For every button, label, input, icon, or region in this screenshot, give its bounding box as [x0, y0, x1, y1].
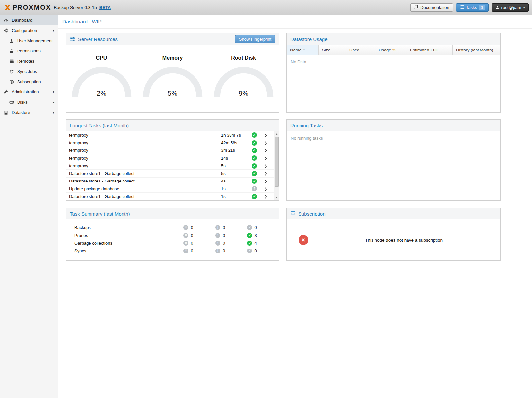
show-fingerprint-button[interactable]: Show Fingerprint — [235, 35, 275, 43]
server-stack-icon — [9, 59, 14, 64]
sidebar-item-dashboard[interactable]: Dashboard — [0, 15, 58, 25]
ok-icon: ✓ — [247, 249, 252, 253]
documentation-label: Documentation — [420, 5, 449, 10]
gauge-label: Memory — [137, 55, 208, 61]
sidebar-item-permissions[interactable]: Permissions — [0, 46, 58, 56]
gauge-value: 5% — [137, 90, 208, 97]
ok-icon: ✓ — [247, 233, 252, 238]
user-icon — [9, 39, 14, 43]
chevron-right-icon[interactable] — [264, 187, 267, 191]
chevron-down-icon[interactable]: ▾ — [53, 110, 54, 115]
page-title: Dashboard - WIP — [58, 15, 532, 29]
chevron-right-icon[interactable] — [264, 164, 267, 168]
task-row[interactable]: termproxy 5s ✓ — [66, 162, 279, 170]
chevron-right-icon[interactable] — [264, 195, 267, 199]
column-header-history[interactable]: History (last Month) — [453, 45, 500, 55]
sidebar-item-configuration[interactable]: Configuration ▾ — [0, 25, 58, 36]
sidebar-item-label: Disks — [17, 100, 28, 105]
summary-row: Prunes ×0 !0 ✓3 — [66, 232, 279, 240]
task-row[interactable]: Update package database 1s ? — [66, 185, 279, 193]
column-header-size[interactable]: Size — [319, 45, 346, 55]
sidebar-item-disks[interactable]: Disks ▸ — [0, 97, 58, 107]
documentation-button[interactable]: Documentation — [410, 3, 453, 12]
task-row[interactable]: termproxy 1h 38m 7s ✓ — [66, 131, 279, 139]
task-row[interactable]: termproxy 14s ✓ — [66, 154, 279, 162]
ok-status-icon: ✓ — [252, 132, 257, 138]
chevron-right-icon[interactable] — [264, 134, 267, 137]
chevron-down-icon[interactable]: ▾ — [53, 28, 54, 33]
column-header-usage[interactable]: Usage % — [375, 45, 407, 55]
sidebar-item-datastore[interactable]: Datastore ▾ — [0, 107, 58, 117]
scroll-down-icon[interactable] — [276, 197, 278, 198]
chevron-right-icon[interactable] — [264, 141, 267, 145]
sidebar-item-label: Remotes — [17, 59, 34, 64]
user-icon — [495, 5, 499, 10]
column-header-estimated-full[interactable]: Estimated Full — [407, 45, 453, 55]
panel-title: Longest Tasks (last Month) — [70, 123, 129, 128]
beta-link[interactable]: BETA — [99, 5, 111, 10]
user-menu-button[interactable]: root@pam ▾ — [492, 3, 529, 12]
sidebar-item-subscription[interactable]: Subscription — [0, 77, 58, 87]
no-subscription-icon: × — [299, 235, 308, 245]
panel-title: Task Summary (last Month) — [70, 211, 130, 216]
gauge-label: CPU — [66, 55, 137, 61]
task-row[interactable]: termproxy 42m 58s ✓ — [66, 139, 279, 147]
column-header-name[interactable]: Name ↑ — [287, 45, 319, 55]
ok-icon: ✓ — [247, 241, 252, 246]
panel-title: Subscription — [298, 211, 326, 216]
list-icon — [460, 5, 464, 10]
sidebar-item-remotes[interactable]: Remotes — [0, 56, 58, 66]
ok-status-icon: ✓ — [252, 140, 257, 146]
task-row[interactable]: termproxy 3m 21s ✓ — [66, 147, 279, 154]
sliders-icon — [70, 36, 75, 42]
sort-asc-icon: ↑ — [303, 48, 305, 52]
panel-title: Running Tasks — [290, 123, 323, 128]
hdd-icon — [9, 100, 14, 105]
chevron-right-icon[interactable] — [264, 149, 267, 152]
error-icon: × — [183, 225, 188, 230]
task-row[interactable]: Datastore store1 - Garbage collect 4s ✓ — [66, 178, 279, 185]
warning-icon: ! — [215, 233, 220, 238]
sidebar-item-label: Dashboard — [12, 18, 33, 23]
sidebar-item-sync-jobs[interactable]: Sync Jobs — [0, 66, 58, 77]
summary-row: Backups ×0 !0 ✓0 — [66, 224, 279, 232]
subscription-panel: Subscription × This node does not have a… — [286, 208, 501, 261]
ok-status-icon: ✓ — [252, 194, 257, 199]
unlock-icon — [9, 49, 14, 53]
summary-row: Syncs ×0 !0 ✓0 — [66, 247, 279, 255]
task-row[interactable]: Datastore store1 - Garbage collect 5s ✓ — [66, 170, 279, 177]
chevron-right-icon[interactable] — [264, 157, 267, 160]
ok-status-icon: ✓ — [252, 155, 257, 161]
chevron-down-icon[interactable]: ▾ — [53, 90, 54, 94]
tasks-button[interactable]: Tasks 0 — [456, 3, 489, 12]
gauge-value: 9% — [208, 90, 279, 97]
sidebar-item-user-management[interactable]: User Management — [0, 36, 58, 46]
unknown-status-icon: ? — [252, 186, 257, 191]
warning-icon: ! — [215, 249, 220, 253]
book-icon — [414, 5, 418, 10]
no-data-text: No Data — [287, 55, 500, 69]
error-icon: × — [183, 233, 188, 238]
vertical-scrollbar[interactable] — [274, 131, 279, 200]
chevron-right-icon[interactable] — [264, 180, 267, 183]
column-header-used[interactable]: Used — [346, 45, 375, 55]
ok-status-icon: ✓ — [252, 171, 257, 176]
sidebar-item-label: Permissions — [17, 49, 41, 53]
ok-icon: ✓ — [247, 225, 252, 230]
chevron-right-icon[interactable]: ▸ — [53, 100, 54, 104]
datastore-usage-panel: Datastore Usage Name ↑ Size Used Usage %… — [286, 33, 501, 113]
gauge-cpu: CPU 2% — [66, 45, 137, 112]
gauge-value: 2% — [66, 90, 137, 97]
summary-row: Garbage collections ×0 !0 ✓4 — [66, 239, 279, 247]
panel-title: Server Resources — [78, 36, 118, 42]
sidebar: Dashboard Configuration ▾ User Managemen… — [0, 15, 58, 398]
proxmox-logo: PROXMOX — [3, 3, 51, 12]
scroll-up-icon[interactable] — [276, 133, 278, 135]
sidebar-item-administration[interactable]: Administration ▾ — [0, 87, 58, 97]
error-icon: × — [183, 241, 188, 246]
ok-status-icon: ✓ — [252, 163, 257, 169]
support-icon — [9, 80, 14, 84]
scrollbar-thumb[interactable] — [275, 137, 279, 187]
task-row[interactable]: Datastore store1 - Garbage collect 1s ✓ — [66, 193, 279, 200]
chevron-right-icon[interactable] — [264, 172, 267, 176]
